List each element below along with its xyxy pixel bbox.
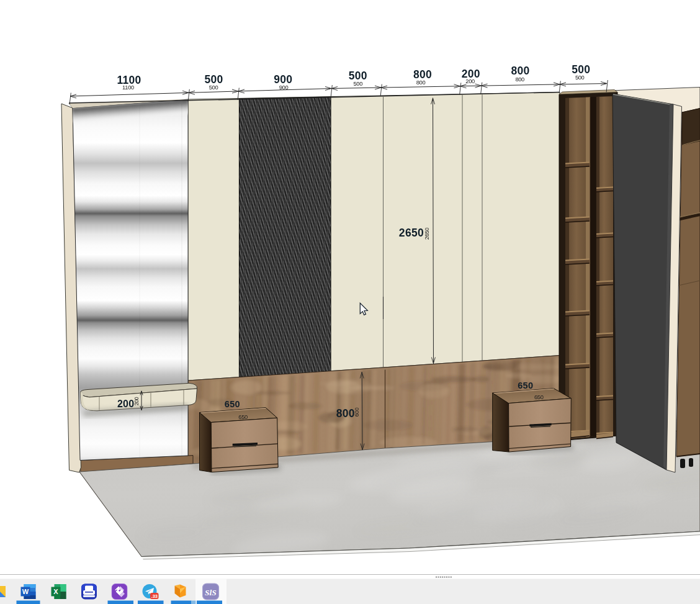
svg-text:1100: 1100 xyxy=(122,84,134,91)
svg-text:650: 650 xyxy=(225,399,240,409)
svg-text:2650: 2650 xyxy=(399,227,424,239)
svg-text:200: 200 xyxy=(117,399,135,409)
svg-text:800: 800 xyxy=(416,79,426,86)
svg-text:200: 200 xyxy=(133,397,140,405)
svg-text:X: X xyxy=(53,588,58,595)
svg-text:SlS: SlS xyxy=(205,588,217,597)
svg-text:650: 650 xyxy=(534,394,544,400)
svg-text:2650: 2650 xyxy=(423,228,430,240)
svg-text:500: 500 xyxy=(354,80,363,87)
svg-text:200: 200 xyxy=(465,78,475,84)
svg-text:650: 650 xyxy=(518,381,533,390)
svg-text:600: 600 xyxy=(353,408,360,417)
svg-text:.33: .33 xyxy=(151,593,158,599)
svg-text:800: 800 xyxy=(515,76,524,83)
svg-text:W: W xyxy=(22,588,29,595)
svg-text:500: 500 xyxy=(209,84,218,91)
svg-text:800: 800 xyxy=(336,407,355,420)
svg-text:650: 650 xyxy=(238,413,248,420)
svg-text:900: 900 xyxy=(279,84,289,91)
svg-text:500: 500 xyxy=(575,74,585,81)
